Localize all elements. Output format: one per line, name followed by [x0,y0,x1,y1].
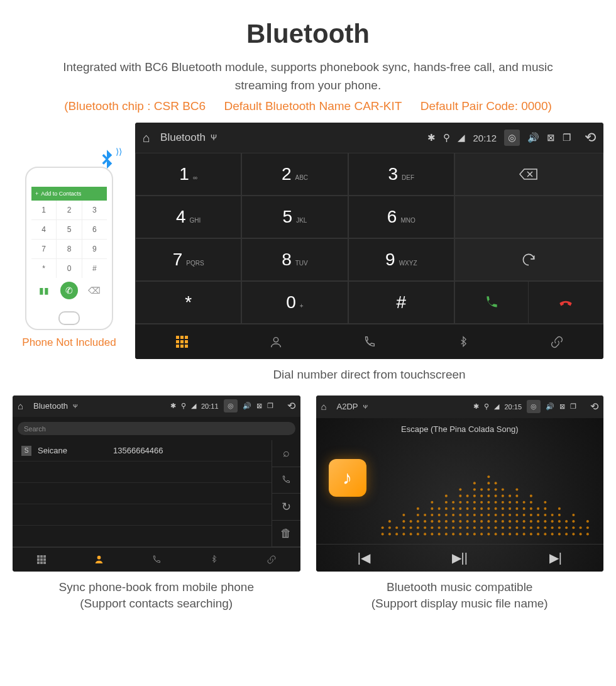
dial-key-7[interactable]: 7PQRS [135,238,241,281]
svg-point-152 [558,526,560,529]
svg-point-126 [522,514,525,516]
next-button[interactable]: ▶| [508,545,604,572]
tab-contacts[interactable] [229,324,322,359]
dial-key-8[interactable]: 8TUV [241,238,348,281]
svg-point-33 [437,520,440,523]
tab-pair[interactable] [510,324,603,359]
phone-key: 9 [82,240,107,258]
svg-point-65 [473,526,475,529]
phone-key: * [31,259,56,278]
svg-point-44 [452,526,454,529]
dial-key-9[interactable]: 9WXYZ [348,238,454,281]
home-icon[interactable]: ⌂ [143,131,150,145]
call-button[interactable] [455,282,529,323]
delete-icon[interactable]: 🗑 [272,521,300,548]
refresh-icon[interactable]: ↻ [272,494,300,521]
phone-key: 5 [57,220,81,239]
dial-key-0[interactable]: 0+ [241,281,348,324]
svg-point-91 [494,533,497,535]
svg-point-117 [515,520,518,523]
call-icon[interactable] [272,467,300,494]
tab-dialpad[interactable] [13,548,70,571]
svg-point-166 [586,526,588,529]
svg-point-165 [586,533,588,535]
svg-point-95 [494,507,497,509]
svg-point-133 [529,507,532,509]
tab-recent[interactable] [322,324,416,359]
svg-point-5 [388,526,390,529]
dial-key-*[interactable]: * [135,281,241,324]
back-icon[interactable]: ⟲ [287,400,295,412]
svg-point-157 [565,526,568,529]
play-pause-button[interactable]: ▶|| [412,545,508,572]
tab-pair[interactable] [243,548,300,571]
svg-point-56 [459,488,461,490]
svg-point-101 [501,526,503,529]
svg-point-31 [437,533,440,535]
dial-key-#[interactable]: # [348,281,454,324]
phonebook-screen: ⌂ Bluetooth Ψ ✱⚲◢ 20:11 ◎🔊⊠❐ ⟲ Search S … [13,396,300,572]
dial-key-6[interactable]: 6MNO [348,196,454,238]
clock: 20:12 [473,133,497,143]
backspace-button[interactable] [454,153,603,196]
svg-point-153 [558,520,560,523]
svg-point-163 [579,533,581,535]
prev-button[interactable]: |◀ [316,545,412,572]
svg-point-79 [480,494,483,497]
svg-point-0 [273,337,278,341]
svg-point-62 [466,501,468,503]
hangup-button[interactable] [529,282,603,323]
svg-point-81 [487,533,490,535]
svg-point-69 [473,501,475,503]
svg-point-122 [515,488,518,490]
volume-icon[interactable]: 🔊 [527,132,539,143]
svg-point-66 [473,520,475,523]
svg-point-61 [466,507,468,509]
close-icon[interactable]: ⊠ [547,132,555,143]
song-title: Escape (The Pina Colada Song) [316,418,604,440]
visualizer [379,453,591,538]
svg-point-27 [431,520,433,523]
dial-key-1[interactable]: 1∞ [135,153,241,196]
svg-point-52 [459,514,461,516]
contact-row [13,526,272,547]
svg-point-164 [579,526,581,529]
svg-point-28 [431,514,433,516]
home-icon[interactable]: ⌂ [18,401,23,411]
tab-contacts[interactable] [70,548,128,571]
svg-point-99 [494,482,497,484]
svg-point-115 [515,533,518,535]
dial-key-4[interactable]: 4GHI [135,196,241,238]
svg-point-142 [544,526,546,529]
redial-button[interactable] [454,238,603,281]
camera-icon[interactable]: ◎ [504,130,520,146]
dial-key-3[interactable]: 3DEF [348,153,454,196]
tab-bluetooth[interactable] [185,548,243,571]
recent-icon[interactable]: ❐ [563,132,571,143]
svg-point-68 [473,507,475,509]
svg-point-22 [424,526,426,529]
dial-key-5[interactable]: 5JKL [241,196,348,238]
tab-bluetooth[interactable] [416,324,510,359]
svg-point-120 [515,501,518,503]
svg-point-59 [466,520,468,523]
dial-key-2[interactable]: 2ABC [241,153,348,196]
home-icon[interactable]: ⌂ [321,401,327,412]
svg-point-1 [97,556,101,560]
dialpad-icon [176,336,188,348]
back-icon[interactable]: ⟲ [585,130,596,146]
tab-dialpad[interactable] [135,324,229,359]
svg-point-58 [466,526,468,529]
svg-point-36 [444,533,447,535]
svg-point-77 [480,507,483,509]
tab-recent[interactable] [128,548,185,571]
search-input[interactable]: Search [18,422,295,435]
svg-point-4 [388,533,390,535]
phone-key: 7 [31,240,56,258]
svg-point-67 [473,514,475,516]
svg-point-7 [395,533,398,535]
back-icon[interactable]: ⟲ [590,401,598,412]
svg-point-85 [487,507,490,509]
search-icon[interactable]: ⌕ [272,440,300,467]
contact-row[interactable]: S Seicane 13566664466 [13,440,272,462]
